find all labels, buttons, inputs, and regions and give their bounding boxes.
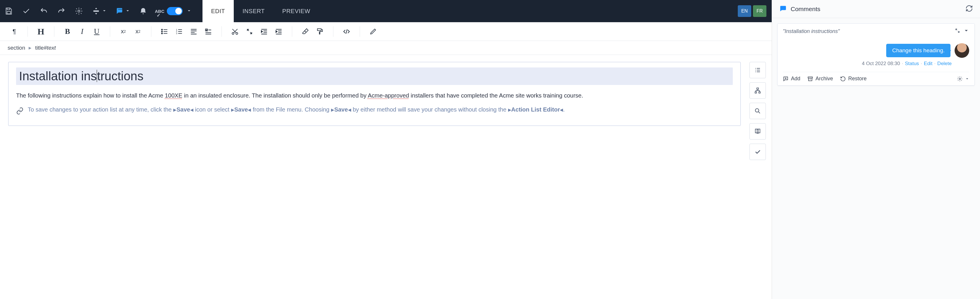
svg-text:3: 3	[176, 32, 177, 35]
eraser-icon[interactable]	[298, 24, 313, 38]
doc-paragraph[interactable]: The following instructions explain how t…	[16, 91, 733, 100]
chevron-down-icon	[125, 8, 130, 14]
lang-en[interactable]: EN	[738, 5, 751, 17]
superscript-icon[interactable]: x2	[116, 24, 130, 38]
redo-icon[interactable]	[52, 0, 70, 22]
tab-insert[interactable]: INSERT	[234, 0, 274, 22]
svg-point-2	[78, 10, 80, 12]
collapse-comment-icon[interactable]	[955, 28, 961, 35]
svg-point-17	[755, 109, 759, 112]
paragraph-icon[interactable]: ¶	[7, 24, 22, 38]
italic-icon[interactable]: I	[75, 24, 89, 38]
cut-icon[interactable]	[228, 24, 242, 38]
undo-icon[interactable]	[35, 0, 52, 22]
svg-rect-1	[7, 11, 11, 14]
underline-icon[interactable]: U	[89, 24, 104, 38]
spellcheck-toggle[interactable]: ABC	[152, 7, 194, 15]
svg-point-5	[162, 31, 162, 32]
tab-edit[interactable]: EDIT	[202, 0, 234, 22]
comments-toggle-icon[interactable]	[111, 0, 134, 22]
align-icon[interactable]	[186, 24, 201, 38]
svg-rect-13	[317, 29, 321, 31]
bell-icon[interactable]	[134, 0, 152, 22]
bold-icon[interactable]: B	[60, 24, 75, 38]
code-icon[interactable]	[339, 24, 354, 38]
language-switcher: EN FR	[738, 5, 772, 17]
abc-check-icon: ABC	[155, 9, 164, 13]
linked-content[interactable]: To save changes to your action list at a…	[16, 105, 733, 118]
svg-rect-14	[757, 88, 759, 89]
tab-preview[interactable]: PREVIEW	[274, 0, 319, 22]
comment-reference: "Installation instructions"	[783, 28, 840, 35]
comment-settings[interactable]	[957, 76, 969, 82]
save-icon[interactable]	[0, 0, 18, 22]
mode-tabs: EDIT INSERT PREVIEW	[202, 0, 319, 22]
add-comment-button[interactable]: Add	[783, 76, 800, 82]
edit-link[interactable]: Edit	[924, 61, 932, 66]
archive-button[interactable]: Archive	[807, 76, 833, 82]
svg-point-4	[162, 29, 162, 30]
comment-bubble: Change this heading.	[886, 44, 950, 57]
topbar: ABC EDIT INSERT PREVIEW EN FR	[0, 0, 772, 22]
settings-gear-icon[interactable]	[70, 0, 88, 22]
chevron-down-icon[interactable]	[963, 28, 969, 35]
svg-rect-0	[7, 8, 10, 10]
bulleted-list-icon[interactable]	[157, 24, 172, 38]
check-icon[interactable]	[18, 0, 35, 22]
svg-rect-3	[94, 11, 99, 12]
toc-icon[interactable]	[749, 62, 766, 78]
fullscreen-icon[interactable]	[88, 0, 111, 22]
crumb-section[interactable]: section	[8, 45, 25, 51]
svg-rect-16	[759, 92, 760, 93]
format-toolbar: ¶ H B I U x2 x2 123	[0, 22, 772, 41]
delete-link[interactable]: Delete	[937, 61, 952, 66]
lang-fr[interactable]: FR	[753, 5, 767, 17]
indent-icon[interactable]	[272, 24, 286, 38]
chevron-down-icon	[102, 8, 107, 14]
svg-point-19	[959, 78, 961, 80]
refresh-icon[interactable]	[966, 5, 973, 13]
comment-card: "Installation instructions" Change this …	[777, 23, 975, 86]
heading-icon[interactable]: H	[33, 24, 48, 38]
svg-rect-18	[808, 77, 813, 78]
approve-icon[interactable]	[749, 144, 766, 160]
format-painter-icon[interactable]	[313, 24, 327, 38]
breadcrumb: section ▸ title#text	[0, 41, 772, 55]
avatar	[955, 43, 969, 58]
spellcheck-switch[interactable]	[167, 7, 183, 15]
comments-panel: Comments "Installation instructions" Cha…	[772, 0, 980, 299]
chevron-right-icon: ▸	[29, 45, 32, 51]
svg-rect-15	[755, 92, 756, 93]
checklist-icon[interactable]	[201, 24, 216, 38]
edit-pencil-icon[interactable]	[366, 24, 380, 38]
comment-meta: 4 Oct 2022 08:30·Status·Edit·Delete	[783, 61, 969, 67]
search-icon[interactable]	[749, 103, 766, 119]
restore-button[interactable]: Restore	[840, 76, 867, 82]
link-icon	[16, 107, 24, 118]
collapse-icon[interactable]	[242, 24, 257, 38]
editor-card[interactable]: Installation instructions The following …	[8, 62, 741, 126]
sitemap-icon[interactable]	[749, 82, 766, 99]
status-link[interactable]: Status	[905, 61, 919, 66]
comment-bubble-icon	[779, 5, 787, 13]
outdent-icon[interactable]	[257, 24, 272, 38]
comments-title: Comments	[791, 6, 966, 13]
book-icon[interactable]	[749, 123, 766, 140]
numbered-list-icon[interactable]: 123	[172, 24, 186, 38]
side-actions	[749, 62, 766, 292]
subscript-icon[interactable]: x2	[130, 24, 145, 38]
svg-point-6	[162, 33, 162, 33]
doc-title[interactable]: Installation instructions	[16, 67, 733, 85]
chevron-down-icon[interactable]	[187, 8, 191, 14]
crumb-title[interactable]: title#text	[35, 45, 56, 51]
